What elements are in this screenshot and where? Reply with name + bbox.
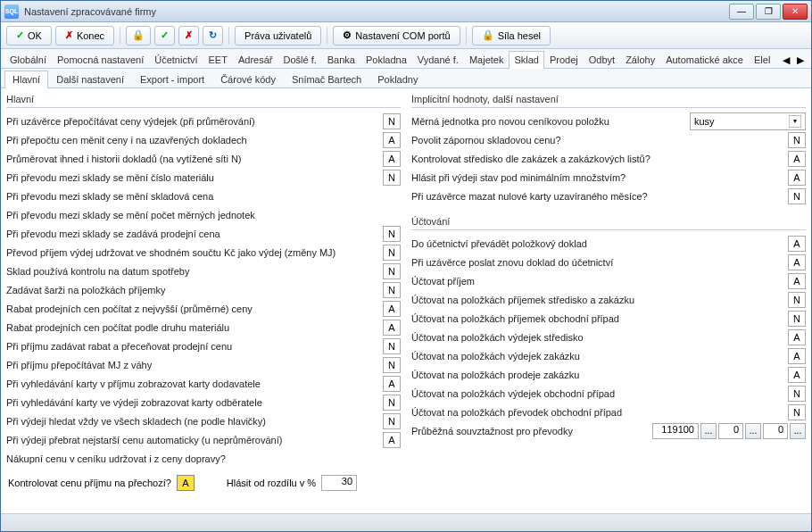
- setting-value[interactable]: A: [383, 151, 401, 167]
- hlasit-value[interactable]: 30: [321, 475, 357, 491]
- setting-value[interactable]: N: [383, 113, 401, 129]
- setting-value[interactable]: N: [383, 170, 401, 186]
- faded-label: Nákupní cenu v ceníku udržovat i z ceny …: [6, 453, 401, 464]
- setting-row: Při vyhledávání karty ve výdeji zobrazov…: [6, 393, 401, 411]
- setting-value[interactable]: N: [383, 413, 401, 429]
- setting-value[interactable]: N: [383, 395, 401, 411]
- setting-value[interactable]: A: [788, 348, 806, 364]
- setting-value[interactable]: N: [788, 386, 806, 402]
- ellipsis-button-1[interactable]: ...: [700, 423, 717, 439]
- setting-row: Při převodu mezi sklady se mění skladová…: [6, 187, 401, 205]
- tab-sklad[interactable]: Sklad: [509, 51, 544, 69]
- setting-value[interactable]: A: [788, 367, 806, 383]
- lock-button[interactable]: 🔒: [126, 26, 151, 46]
- setting-label: Při uzávěrce mazat nulové karty uzavíran…: [411, 191, 784, 202]
- setting-value[interactable]: A: [383, 301, 401, 317]
- separator: [228, 27, 229, 45]
- subtab-dalnastaven[interactable]: Další nastavení: [48, 71, 132, 88]
- minimize-button[interactable]: —: [729, 4, 754, 20]
- setting-label: Při převodu mezi sklady se zadává prodej…: [6, 229, 379, 239]
- setting-value[interactable]: N: [383, 226, 401, 242]
- maximize-button[interactable]: ❐: [756, 4, 781, 20]
- app-icon: SQL: [4, 4, 19, 19]
- ellipsis-button-3[interactable]: ...: [790, 423, 806, 439]
- tab-eet[interactable]: EET: [203, 51, 233, 69]
- setting-value[interactable]: A: [788, 329, 806, 345]
- setting-label: Průměrovat ihned i historii dokladů (na …: [6, 154, 379, 164]
- setting-value[interactable]: N: [383, 282, 401, 298]
- setting-value[interactable]: N: [788, 404, 806, 420]
- setting-row: Účtovat na položkách příjemek středisko …: [411, 290, 806, 309]
- apply-button[interactable]: ✓: [154, 26, 175, 46]
- setting-value[interactable]: A: [788, 273, 806, 289]
- setting-label: Při výdeji přebrat nejstarší cenu automa…: [6, 435, 379, 445]
- subtab-pokladny[interactable]: Pokladny: [369, 71, 426, 88]
- setting-value[interactable]: A: [383, 376, 401, 392]
- setting-value[interactable]: N: [383, 338, 401, 354]
- setting-value[interactable]: N: [383, 245, 401, 261]
- konec-button[interactable]: ✗ Konec: [55, 26, 114, 46]
- setting-row: Účtovat na položkách výdejek střediskoA: [411, 328, 806, 346]
- tabs-scroll-left[interactable]: ◀: [779, 53, 793, 68]
- setting-value[interactable]: A: [788, 151, 806, 167]
- tab-adres[interactable]: Adresář: [233, 51, 278, 69]
- tab-odbyt[interactable]: Odbyt: [584, 51, 620, 69]
- tab-majetek[interactable]: Majetek: [464, 51, 510, 69]
- tab-pomocnnastaven[interactable]: Pomocná nastavení: [52, 51, 149, 69]
- setting-row: Zadávat šarži na položkách příjemkyN: [6, 280, 401, 299]
- setting-value[interactable]: N: [788, 132, 806, 148]
- setting-value[interactable]: A: [788, 254, 806, 270]
- souvz-field-3[interactable]: 0: [763, 423, 788, 439]
- statusbar: [1, 513, 811, 531]
- close-button[interactable]: ✕: [783, 4, 808, 20]
- tab-banka[interactable]: Banka: [322, 51, 360, 69]
- unit-combo[interactable]: kusy ▾: [690, 112, 806, 130]
- setting-row: Rabat prodejních cen počítat z nejvyšší …: [6, 299, 401, 318]
- prava-button[interactable]: Práva uživatelů: [235, 26, 321, 46]
- ellipsis-button-2[interactable]: ...: [745, 423, 761, 439]
- setting-value[interactable]: A: [788, 236, 806, 252]
- tab-dolf[interactable]: Došlé f.: [278, 51, 321, 69]
- tab-etnictv[interactable]: Účetnictví: [149, 51, 203, 69]
- refresh-icon: ↻: [209, 29, 217, 41]
- unit-value: kusy: [694, 116, 715, 127]
- setting-value[interactable]: A: [383, 320, 401, 336]
- kontrolovat-value[interactable]: A: [177, 475, 195, 491]
- setting-label: Sklad používá kontrolu na datum spotřeby: [6, 266, 379, 277]
- setting-value[interactable]: A: [383, 132, 401, 148]
- cancel-button[interactable]: ✗: [178, 26, 199, 46]
- unit-label: Měrná jednotka pro novou ceníkovou polož…: [411, 116, 686, 127]
- setting-value[interactable]: N: [788, 188, 806, 204]
- tabs-scroll-right[interactable]: ▶: [793, 53, 808, 68]
- tab-vydanf[interactable]: Vydané f.: [412, 51, 464, 69]
- setting-value[interactable]: N: [383, 263, 401, 279]
- subtab-hlavn[interactable]: Hlavní: [4, 71, 48, 88]
- ok-button[interactable]: ✓ OK: [6, 26, 52, 46]
- setting-row: Kontrolovat středisko dle zakázek a zaká…: [411, 149, 806, 168]
- setting-value[interactable]: A: [788, 170, 806, 186]
- subtab-exportimport[interactable]: Export - import: [132, 71, 212, 88]
- sila-label: Síla hesel: [498, 30, 541, 41]
- tab-automatickakce[interactable]: Automatické akce: [660, 51, 749, 69]
- setting-row: Rabat prodejních cen počítat podle druhu…: [6, 318, 401, 337]
- tab-globln[interactable]: Globální: [4, 51, 52, 69]
- tab-elel[interactable]: Elel: [749, 51, 775, 69]
- com-button[interactable]: ⚙ Nastavení COM portů: [333, 26, 460, 46]
- tab-zlohy[interactable]: Zálohy: [620, 51, 660, 69]
- lock-icon: 🔒: [482, 29, 494, 41]
- setting-value[interactable]: N: [788, 311, 806, 327]
- subtab-rovkdy[interactable]: Čárové kódy: [212, 71, 284, 88]
- refresh-button[interactable]: ↻: [203, 26, 223, 46]
- setting-row: Při uzávěrce mazat nulové karty uzavíran…: [411, 187, 806, 205]
- souvz-field-2[interactable]: 0: [718, 423, 743, 439]
- tab-pokladna[interactable]: Pokladna: [360, 51, 412, 69]
- souvz-row: Průběžná souvztažnost pro převodky 11910…: [411, 421, 806, 440]
- setting-value[interactable]: N: [383, 357, 401, 373]
- lock-icon: 🔒: [132, 29, 145, 41]
- tab-prodej[interactable]: Prodej: [544, 51, 584, 69]
- setting-value[interactable]: A: [383, 432, 401, 448]
- sila-button[interactable]: 🔒 Síla hesel: [472, 26, 551, 46]
- subtab-snmabartech[interactable]: Snímač Bartech: [284, 71, 369, 88]
- setting-value[interactable]: N: [788, 292, 806, 308]
- souvz-field-1[interactable]: 119100: [652, 423, 699, 439]
